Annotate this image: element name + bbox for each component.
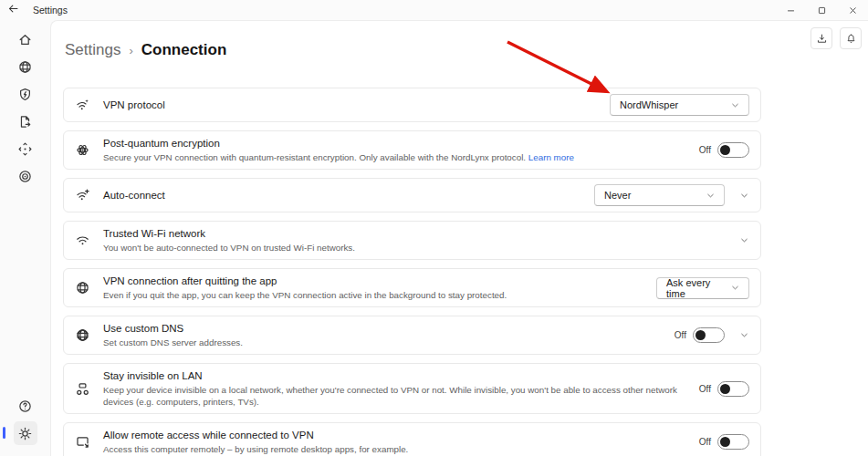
gear-icon	[17, 426, 33, 441]
close-button[interactable]	[837, 0, 868, 20]
settings-row-post-quantum-encryption[interactable]: Post-quantum encryptionSecure your VPN c…	[63, 130, 761, 170]
globe-dns-icon	[75, 327, 90, 343]
remote-desktop-icon	[75, 434, 90, 450]
use-custom-dns-expand-chevron[interactable]	[739, 330, 749, 340]
dropdown-value: Ask every time	[666, 277, 723, 299]
chevron-down-icon	[730, 100, 740, 110]
toggle-switch[interactable]	[717, 434, 749, 450]
breadcrumb-parent[interactable]: Settings	[65, 41, 120, 59]
wifi-sparkle-icon	[75, 98, 90, 113]
setting-title: Trusted Wi-Fi network	[103, 227, 730, 241]
maximize-button[interactable]	[806, 0, 837, 20]
target-icon	[17, 169, 33, 184]
lan-icon	[75, 381, 90, 397]
close-icon	[848, 5, 858, 16]
toggle-state-label: Off	[699, 145, 711, 155]
auto-connect-dropdown[interactable]: Never	[594, 184, 725, 206]
setting-description: Keep your device invisible on a local ne…	[103, 384, 690, 408]
sidebar-item-threat-protection[interactable]	[14, 82, 37, 106]
allow-remote-access-toggle[interactable]: Off	[699, 434, 749, 450]
setting-title: VPN connection after quitting the app	[103, 275, 647, 288]
settings-row-auto-connect[interactable]: Auto-connectNever	[63, 178, 761, 212]
toggle-knob	[720, 384, 730, 394]
file-export-icon	[17, 114, 33, 130]
vpn-protocol-dropdown[interactable]: NordWhisper	[610, 94, 749, 116]
setting-title: Allow remote access while connected to V…	[103, 429, 690, 442]
toggle-switch[interactable]	[693, 327, 725, 343]
sidebar-item-home[interactable]	[14, 27, 37, 51]
vpn-after-quit-dropdown[interactable]: Ask every time	[656, 277, 749, 299]
breadcrumb-separator-icon: ›	[129, 44, 132, 57]
maximize-icon	[817, 5, 827, 16]
setting-title: Post-quantum encryption	[103, 137, 690, 150]
wifi-plus-icon	[75, 188, 90, 203]
help-icon	[17, 399, 33, 414]
auto-connect-expand-chevron[interactable]	[739, 191, 749, 201]
content-panel: Settings › Connection VPN protocolNordWh…	[50, 20, 868, 456]
toggle-knob	[695, 330, 706, 340]
sidebar-item-browse-globe[interactable]	[14, 55, 37, 78]
toggle-state-label: Off	[675, 330, 686, 340]
meshnet-icon	[17, 141, 33, 157]
globe-grid-icon	[75, 280, 90, 295]
setting-description: Set custom DNS server addresses.	[103, 337, 665, 348]
setting-description: Secure your VPN connection with quantum-…	[103, 151, 690, 163]
stay-invisible-lan-toggle[interactable]: Off	[699, 381, 749, 397]
sidebar-item-dedicated-ip[interactable]	[14, 164, 37, 188]
use-custom-dns-toggle[interactable]: Off	[675, 327, 725, 343]
sidebar-item-help[interactable]	[14, 394, 37, 418]
setting-title: Auto-connect	[103, 189, 585, 202]
chevron-down-icon	[706, 191, 716, 201]
breadcrumb: Settings › Connection	[65, 41, 226, 59]
setting-title: Use custom DNS	[103, 322, 665, 336]
dropdown-value: NordWhisper	[620, 99, 678, 110]
minimize-button[interactable]	[775, 0, 806, 20]
toggle-state-label: Off	[699, 384, 711, 394]
toggle-knob	[720, 145, 730, 155]
toggle-switch[interactable]	[717, 381, 749, 397]
header-actions	[810, 27, 862, 49]
sidebar	[0, 20, 50, 456]
titlebar: Settings	[0, 0, 868, 20]
setting-description: Access this computer remotely – by using…	[103, 443, 690, 455]
settings-row-stay-invisible-lan[interactable]: Stay invisible on LANKeep your device in…	[63, 363, 761, 414]
bell-icon	[845, 33, 857, 45]
setting-description: Even if you quit the app, you can keep t…	[103, 289, 647, 301]
atom-icon	[75, 142, 90, 158]
sidebar-item-meshnet[interactable]	[14, 137, 37, 161]
settings-row-vpn-protocol[interactable]: VPN protocolNordWhisper	[63, 88, 761, 122]
setting-title: VPN protocol	[103, 98, 601, 112]
learn-more-link[interactable]: Learn more	[528, 152, 574, 162]
back-button[interactable]	[0, 0, 26, 20]
settings-row-trusted-wifi-network[interactable]: Trusted Wi-Fi networkYou won't be auto-c…	[63, 221, 761, 260]
sidebar-item-file-sharing[interactable]	[14, 109, 37, 133]
globe-icon	[17, 59, 33, 75]
settings-row-vpn-after-quit[interactable]: VPN connection after quitting the appEve…	[63, 268, 761, 307]
window-title: Settings	[33, 5, 68, 16]
downloads-button[interactable]	[810, 27, 832, 49]
home-icon	[17, 32, 33, 47]
toggle-knob	[720, 437, 730, 447]
toggle-state-label: Off	[699, 437, 711, 447]
shield-bolt-icon	[17, 87, 33, 102]
settings-row-use-custom-dns[interactable]: Use custom DNSSet custom DNS server addr…	[63, 316, 761, 355]
post-quantum-encryption-toggle[interactable]: Off	[699, 142, 749, 158]
trusted-wifi-network-expand-chevron[interactable]	[739, 235, 749, 245]
setting-description: You won't be auto-connected to VPN on tr…	[103, 242, 730, 254]
setting-title: Stay invisible on LAN	[103, 369, 690, 383]
download-icon	[816, 33, 828, 45]
notifications-button[interactable]	[840, 27, 862, 49]
page-title: Connection	[141, 41, 227, 59]
settings-row-allow-remote-access[interactable]: Allow remote access while connected to V…	[63, 422, 761, 456]
minimize-icon	[786, 5, 796, 16]
toggle-switch[interactable]	[717, 142, 749, 158]
chevron-down-icon	[730, 283, 740, 293]
dropdown-value: Never	[604, 190, 631, 201]
wifi-icon	[75, 233, 90, 248]
back-icon	[7, 2, 19, 18]
sidebar-item-settings[interactable]	[14, 421, 37, 445]
